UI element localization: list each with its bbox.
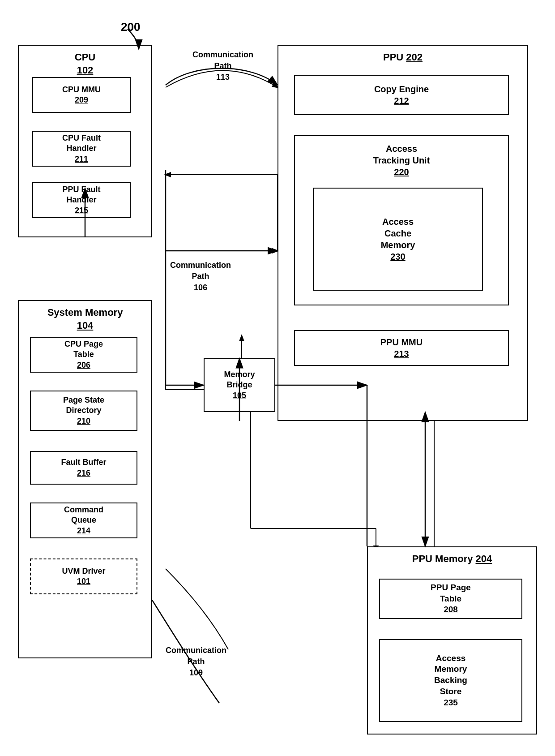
cpu-number: 102 (77, 64, 94, 76)
diagram: 200 CommunicationPath113 CommunicationPa… (0, 0, 555, 756)
ppu-memory-outer-box: PPU Memory 204 PPU PageTable 208 AccessM… (367, 546, 537, 735)
copy-engine-box: Copy Engine212 (294, 75, 509, 115)
access-tracking-box: AccessTracking Unit220 AccessCacheMemory… (294, 135, 509, 305)
diagram-title: 200 (121, 20, 140, 34)
fault-buffer-box: Fault Buffer216 (30, 451, 137, 485)
page-state-dir-box: Page StateDirectory 210 (30, 391, 137, 431)
cpu-label: CPU (75, 52, 95, 63)
ppu-mmu-box: PPU MMU 213 (294, 330, 509, 366)
uvm-driver-box: UVM Driver101 (30, 558, 137, 594)
cpu-mmu-box: CPU MMU209 (32, 77, 131, 113)
cpu-outer-box: CPU 102 CPU MMU209 CPU FaultHandler 211 … (18, 45, 152, 237)
comm-path-113-label: CommunicationPath113 (192, 49, 253, 83)
access-mem-backing-box: AccessMemoryBackingStore 235 (379, 639, 522, 722)
system-memory-outer-box: System Memory104 CPU PageTable 206 Page … (18, 300, 152, 658)
memory-bridge-box: MemoryBridge105 (204, 358, 275, 412)
command-queue-box: CommandQueue 214 (30, 503, 137, 538)
access-cache-box: AccessCacheMemory230 (313, 188, 483, 291)
ppu-outer-box: PPU 202 Copy Engine212 AccessTracking Un… (278, 45, 528, 421)
comm-path-106-label: CommunicationPath106 (170, 260, 231, 294)
comm-path-109-label: CommunicationPath109 (166, 645, 226, 679)
cpu-fault-box: CPU FaultHandler 211 (32, 131, 131, 167)
ppu-page-table-box: PPU PageTable 208 (379, 579, 522, 619)
cpu-page-table-box: CPU PageTable 206 (30, 337, 137, 373)
ppu-fault-box: PPU FaultHandler 215 (32, 182, 131, 218)
